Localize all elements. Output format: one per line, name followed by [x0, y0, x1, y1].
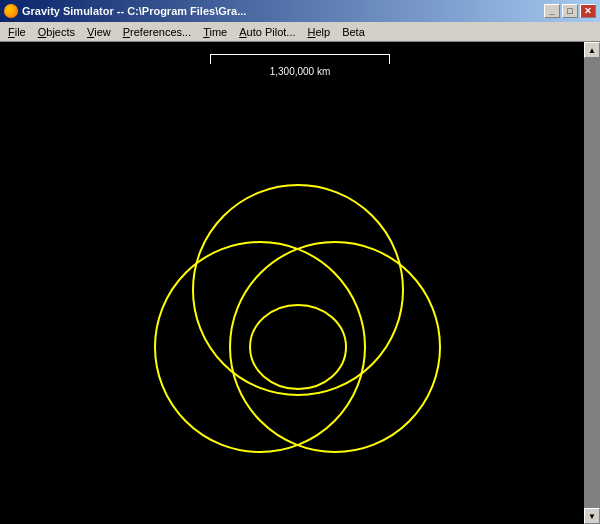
menu-view[interactable]: View [81, 24, 117, 40]
close-button[interactable]: ✕ [580, 4, 596, 18]
orbit-canvas [0, 42, 584, 524]
menu-preferences[interactable]: Preferences... [117, 24, 197, 40]
maximize-button[interactable]: □ [562, 4, 578, 18]
app-icon [4, 4, 18, 18]
simulation-area: 1,300,000 km ▲ ▼ [0, 42, 600, 524]
title-bar-left: Gravity Simulator -- C:\Program Files\Gr… [4, 4, 246, 18]
menu-file[interactable]: File [2, 24, 32, 40]
title-bar: Gravity Simulator -- C:\Program Files\Gr… [0, 0, 600, 22]
menu-help[interactable]: Help [302, 24, 337, 40]
orbit-inner [250, 305, 346, 389]
menu-beta[interactable]: Beta [336, 24, 371, 40]
menu-time[interactable]: Time [197, 24, 233, 40]
menu-autopilot[interactable]: Auto Pilot... [233, 24, 301, 40]
orbit-circle-3 [193, 185, 403, 395]
menu-objects[interactable]: Objects [32, 24, 81, 40]
minimize-button[interactable]: _ [544, 4, 560, 18]
scroll-down-button[interactable]: ▼ [584, 508, 600, 524]
window-title: Gravity Simulator -- C:\Program Files\Gr… [22, 5, 246, 17]
scrollbar-right: ▲ ▼ [584, 42, 600, 524]
scroll-up-button[interactable]: ▲ [584, 42, 600, 58]
scroll-track[interactable] [584, 58, 600, 508]
menu-bar: File Objects View Preferences... Time Au… [0, 22, 600, 42]
title-bar-buttons: _ □ ✕ [544, 4, 596, 18]
